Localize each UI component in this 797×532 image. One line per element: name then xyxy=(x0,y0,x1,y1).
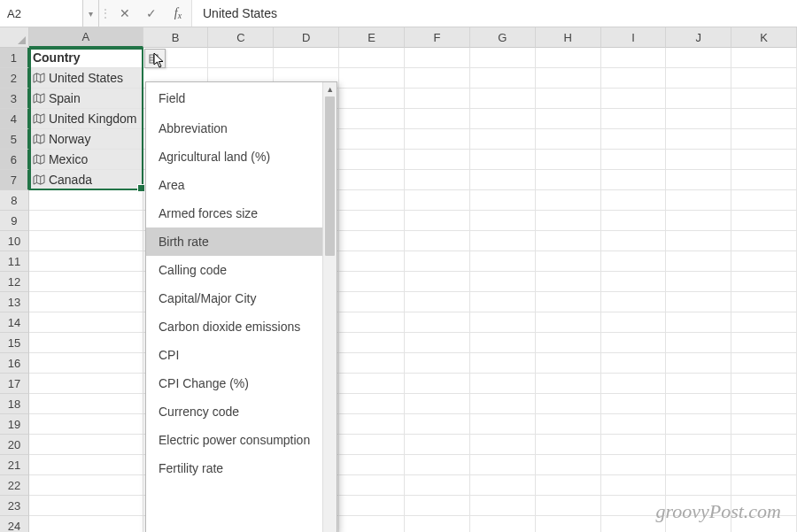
cell[interactable] xyxy=(470,435,536,455)
cell[interactable] xyxy=(29,435,143,455)
cell[interactable] xyxy=(339,312,405,333)
cell[interactable] xyxy=(470,312,536,333)
row-header-2[interactable]: 2 xyxy=(0,68,29,89)
cell[interactable] xyxy=(405,211,470,231)
cell[interactable] xyxy=(666,129,731,150)
cell[interactable] xyxy=(601,394,667,414)
scroll-thumb[interactable] xyxy=(325,96,335,256)
cell[interactable] xyxy=(601,475,667,496)
cell[interactable] xyxy=(536,109,601,129)
cancel-formula-button[interactable]: ✕ xyxy=(112,0,138,27)
cell[interactable] xyxy=(29,353,143,374)
row-header-12[interactable]: 12 xyxy=(0,272,29,292)
dropdown-item[interactable]: Carbon dioxide emissions xyxy=(146,312,322,341)
cell[interactable] xyxy=(666,211,731,231)
cell[interactable] xyxy=(470,89,536,109)
row-header-14[interactable]: 14 xyxy=(0,312,29,333)
row-header-6[interactable]: 6 xyxy=(0,150,29,170)
cell[interactable] xyxy=(536,150,601,170)
cell[interactable]: United States xyxy=(29,68,143,89)
cell[interactable] xyxy=(405,333,470,353)
cell[interactable] xyxy=(470,414,536,435)
cell[interactable] xyxy=(405,109,470,129)
row-header-7[interactable]: 7 xyxy=(0,170,29,190)
cell[interactable] xyxy=(29,496,143,516)
cell[interactable] xyxy=(29,414,143,435)
cell[interactable]: Canada xyxy=(29,170,143,190)
cell[interactable] xyxy=(405,272,470,292)
cell[interactable] xyxy=(601,414,667,435)
cell[interactable] xyxy=(536,190,601,211)
cell[interactable] xyxy=(601,333,667,353)
cell[interactable] xyxy=(601,190,667,211)
cell[interactable] xyxy=(731,68,797,89)
cell[interactable] xyxy=(666,272,731,292)
cell[interactable] xyxy=(470,516,536,532)
cell[interactable] xyxy=(339,251,405,272)
cell[interactable] xyxy=(339,272,405,292)
row-header-1[interactable]: 1 xyxy=(0,48,29,68)
cell[interactable] xyxy=(405,312,470,333)
cell[interactable] xyxy=(339,394,405,414)
cell[interactable] xyxy=(405,394,470,414)
cell[interactable] xyxy=(536,251,601,272)
cell[interactable] xyxy=(405,89,470,109)
cell[interactable] xyxy=(405,190,470,211)
name-box[interactable]: A2 xyxy=(0,0,83,27)
cell[interactable] xyxy=(666,455,731,475)
cell[interactable] xyxy=(29,272,143,292)
column-header-K[interactable]: K xyxy=(731,27,797,48)
cell[interactable] xyxy=(731,150,797,170)
formula-input[interactable]: United States xyxy=(191,0,797,27)
row-header-13[interactable]: 13 xyxy=(0,292,29,312)
cell[interactable] xyxy=(405,516,470,532)
column-header-G[interactable]: G xyxy=(470,27,536,48)
cell[interactable]: Country xyxy=(29,48,143,68)
dropdown-item[interactable]: Birth rate xyxy=(146,227,322,256)
cell[interactable] xyxy=(601,312,667,333)
cell[interactable] xyxy=(731,89,797,109)
cell[interactable] xyxy=(405,496,470,516)
cell[interactable] xyxy=(666,333,731,353)
column-header-D[interactable]: D xyxy=(274,27,339,48)
cell[interactable] xyxy=(339,333,405,353)
cell[interactable] xyxy=(601,455,667,475)
cell[interactable] xyxy=(666,353,731,374)
column-header-I[interactable]: I xyxy=(601,27,667,48)
dropdown-item[interactable]: Armed forces size xyxy=(146,199,322,227)
cell[interactable] xyxy=(405,475,470,496)
column-header-C[interactable]: C xyxy=(208,27,274,48)
dropdown-item[interactable]: Agricultural land (%) xyxy=(146,143,322,171)
row-header-23[interactable]: 23 xyxy=(0,496,29,516)
cell[interactable] xyxy=(731,374,797,394)
cell[interactable] xyxy=(601,211,667,231)
dropdown-item[interactable]: Electric power consumption xyxy=(146,426,322,454)
cell[interactable] xyxy=(601,272,667,292)
cell[interactable] xyxy=(339,374,405,394)
cell[interactable] xyxy=(470,231,536,251)
cell[interactable] xyxy=(601,150,667,170)
cell[interactable] xyxy=(339,455,405,475)
cell[interactable] xyxy=(666,394,731,414)
cell[interactable] xyxy=(405,292,470,312)
cell[interactable] xyxy=(470,48,536,68)
scroll-up-arrow-icon[interactable]: ▲ xyxy=(326,84,334,95)
row-header-18[interactable]: 18 xyxy=(0,394,29,414)
name-box-dropdown[interactable]: ▾ xyxy=(83,0,99,27)
cell[interactable] xyxy=(601,435,667,455)
cell[interactable]: Mexico xyxy=(29,150,143,170)
cell[interactable] xyxy=(666,109,731,129)
cell[interactable] xyxy=(731,394,797,414)
cell[interactable] xyxy=(731,333,797,353)
cell[interactable] xyxy=(339,150,405,170)
row-header-19[interactable]: 19 xyxy=(0,414,29,435)
insert-data-button[interactable] xyxy=(144,49,166,68)
cell[interactable] xyxy=(601,374,667,394)
cell[interactable] xyxy=(731,312,797,333)
dropdown-item[interactable]: Fertility rate xyxy=(146,454,322,482)
cell[interactable]: Norway xyxy=(29,129,143,150)
cell[interactable] xyxy=(470,475,536,496)
cell[interactable] xyxy=(601,48,667,68)
row-header-15[interactable]: 15 xyxy=(0,333,29,353)
cell[interactable] xyxy=(666,414,731,435)
